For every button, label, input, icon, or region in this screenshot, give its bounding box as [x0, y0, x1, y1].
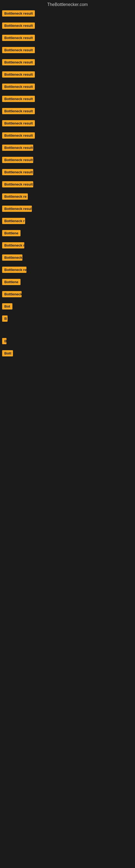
- list-item: Bottleneck r: [2, 218, 135, 225]
- list-item: Bottleneck result: [2, 181, 135, 188]
- bottleneck-badge[interactable]: Bottleneck re: [2, 267, 27, 273]
- site-title: TheBottlenecker.com: [0, 0, 135, 10]
- bottleneck-badge[interactable]: Bottleneck result: [2, 47, 35, 53]
- list-item: [2, 328, 135, 333]
- list-item: Bottleneck re: [2, 267, 135, 274]
- bottleneck-badge[interactable]: B: [2, 338, 6, 344]
- bottleneck-badge[interactable]: Bottleneck result: [2, 35, 35, 41]
- bottleneck-badge[interactable]: Bottleneck result: [2, 120, 35, 126]
- list-item: Bott: [2, 350, 135, 358]
- bottleneck-badge[interactable]: Bottleneck result: [2, 132, 35, 138]
- list-item: Bottleneck result: [2, 132, 135, 140]
- bottleneck-badge[interactable]: Bott: [2, 350, 13, 356]
- list-item: Bottleneck result: [2, 157, 135, 164]
- list-item: Bottlene: [2, 230, 135, 237]
- list-item: Bottleneck: [2, 254, 135, 262]
- bottleneck-badge[interactable]: Bottleneck result: [2, 145, 33, 151]
- list-item: B: [2, 338, 135, 345]
- bottleneck-badge[interactable]: Bottleneck re: [2, 193, 28, 199]
- bottleneck-badge[interactable]: Bottleneck result: [2, 169, 33, 175]
- bottleneck-badge[interactable]: Bottleneck r: [2, 218, 25, 224]
- list-item: Bottleneck result: [2, 96, 135, 103]
- bottleneck-badge[interactable]: Bottleneck result: [2, 108, 35, 114]
- bottleneck-badge[interactable]: Bot: [2, 303, 12, 310]
- list-item: [2, 393, 135, 399]
- bottleneck-badge[interactable]: Bottleneck result: [2, 181, 33, 187]
- list-item: Bottleneck result: [2, 108, 135, 115]
- list-item: Bottleneck result: [2, 145, 135, 152]
- list-item: Bottleneck result: [2, 169, 135, 176]
- list-item: Bottleneck re: [2, 193, 135, 201]
- bottleneck-badge[interactable]: Bottlene: [2, 230, 20, 236]
- list-item: Bottleneck result: [2, 10, 135, 18]
- bottleneck-badge[interactable]: Bottleneck result: [2, 71, 35, 78]
- list-item: [2, 383, 135, 389]
- list-item: Bottleneck result: [2, 206, 135, 213]
- bottleneck-badge[interactable]: Bottleneck: [2, 254, 22, 261]
- bottleneck-badge[interactable]: Bottleneck result: [2, 59, 35, 65]
- bottleneck-badge[interactable]: B: [2, 315, 8, 322]
- list-item: Bottleneck result: [2, 23, 135, 30]
- list-item: Bottlene: [2, 279, 135, 286]
- list-item: Bot: [2, 303, 135, 311]
- bottleneck-badge[interactable]: Bottleneck result: [2, 84, 35, 90]
- site-header: TheBottlenecker.com: [0, 0, 135, 10]
- list-item: [2, 373, 135, 378]
- list-item: Bottleneck result: [2, 120, 135, 127]
- list-item: Bottleneck result: [2, 84, 135, 91]
- list-item: Bottleneck result: [2, 71, 135, 79]
- list-item: [2, 362, 135, 368]
- bottleneck-badge[interactable]: Bottleneck result: [2, 23, 35, 29]
- list-item: Bottleneck r: [2, 242, 135, 250]
- bottleneck-badge[interactable]: Bottleneck: [2, 291, 21, 297]
- list-item: Bottleneck result: [2, 59, 135, 66]
- bottleneck-badge[interactable]: Bottleneck result: [2, 96, 35, 102]
- bottleneck-badge[interactable]: Bottlene: [2, 279, 20, 285]
- list-item: Bottleneck result: [2, 35, 135, 42]
- list-item: Bottleneck: [2, 291, 135, 299]
- list-item: B: [2, 315, 135, 323]
- list-item: Bottleneck result: [2, 47, 135, 54]
- bottleneck-badge[interactable]: Bottleneck result: [2, 10, 35, 17]
- bottleneck-badge[interactable]: Bottleneck result: [2, 157, 33, 163]
- bottleneck-badge[interactable]: Bottleneck result: [2, 206, 32, 212]
- bottleneck-badge[interactable]: Bottleneck r: [2, 242, 24, 248]
